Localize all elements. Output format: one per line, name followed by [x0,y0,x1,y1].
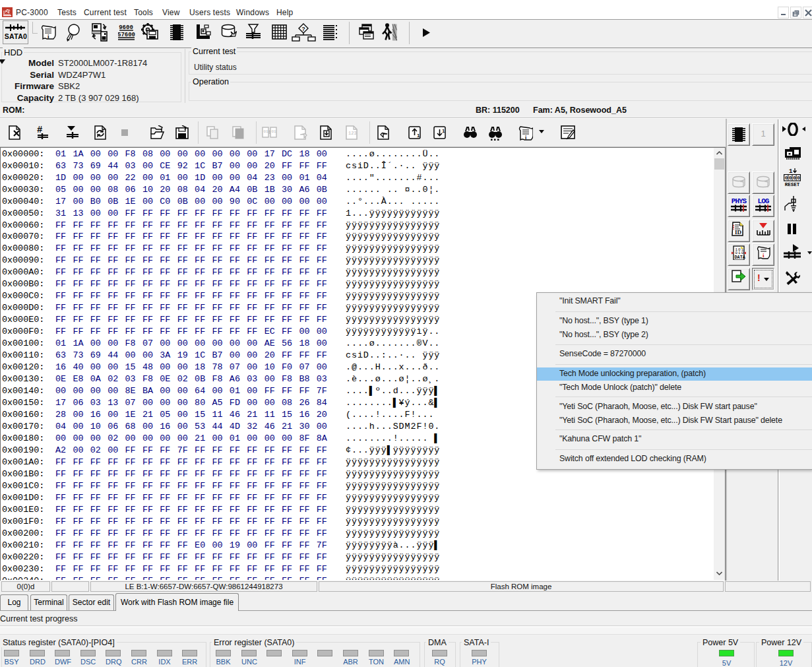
svg-text:0: 0 [793,175,796,181]
svg-text:DATA: DATA [735,255,746,260]
svg-text:1: 1 [789,168,793,174]
svg-text:011: 011 [272,129,278,134]
svg-text:011: 011 [264,129,271,134]
svg-text:123: 123 [348,131,357,136]
svg-text:?: ? [301,26,305,32]
svg-text:0: 0 [785,175,788,181]
svg-text:0: 0 [797,175,800,181]
svg-text:LOG: LOG [758,197,770,205]
svg-text:1: 1 [417,133,420,139]
svg-text:0: 0 [789,175,792,181]
svg-text:PHYS: PHYS [732,197,747,205]
svg-text:1: 1 [442,128,445,134]
svg-text:ID: ID [735,229,742,236]
